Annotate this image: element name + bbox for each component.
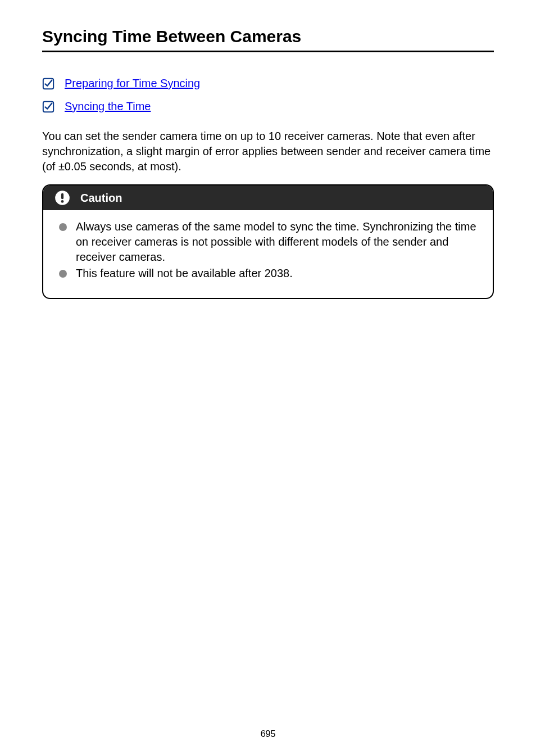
link-preparing-for-time-syncing[interactable]: Preparing for Time Syncing	[65, 77, 200, 90]
caution-icon	[54, 190, 70, 206]
toc-link-list: Preparing for Time Syncing Syncing the T…	[42, 77, 494, 113]
toc-row-syncing: Syncing the Time	[42, 100, 494, 113]
caution-text: Always use cameras of the same model to …	[76, 219, 477, 265]
body-paragraph: You can set the sender camera time on up…	[42, 129, 494, 174]
caution-label: Caution	[80, 192, 122, 205]
caution-header: Caution	[43, 185, 493, 210]
toc-row-preparing: Preparing for Time Syncing	[42, 77, 494, 90]
list-item: Always use cameras of the same model to …	[59, 219, 477, 265]
caution-box: Caution Always use cameras of the same m…	[42, 184, 494, 299]
page-title: Syncing Time Between Cameras	[42, 27, 494, 52]
document-page: Syncing Time Between Cameras Preparing f…	[0, 0, 536, 756]
checkbox-icon	[42, 101, 54, 113]
bullet-icon	[59, 270, 67, 278]
link-syncing-the-time[interactable]: Syncing the Time	[65, 100, 151, 113]
page-number: 695	[0, 729, 536, 739]
list-item: This feature will not be available after…	[59, 266, 477, 281]
svg-point-4	[61, 200, 64, 203]
svg-rect-3	[61, 193, 63, 200]
caution-text: This feature will not be available after…	[76, 266, 293, 281]
caution-body: Always use cameras of the same model to …	[43, 210, 493, 298]
checkbox-icon	[42, 78, 54, 90]
caution-list: Always use cameras of the same model to …	[59, 219, 477, 281]
bullet-icon	[59, 223, 67, 231]
